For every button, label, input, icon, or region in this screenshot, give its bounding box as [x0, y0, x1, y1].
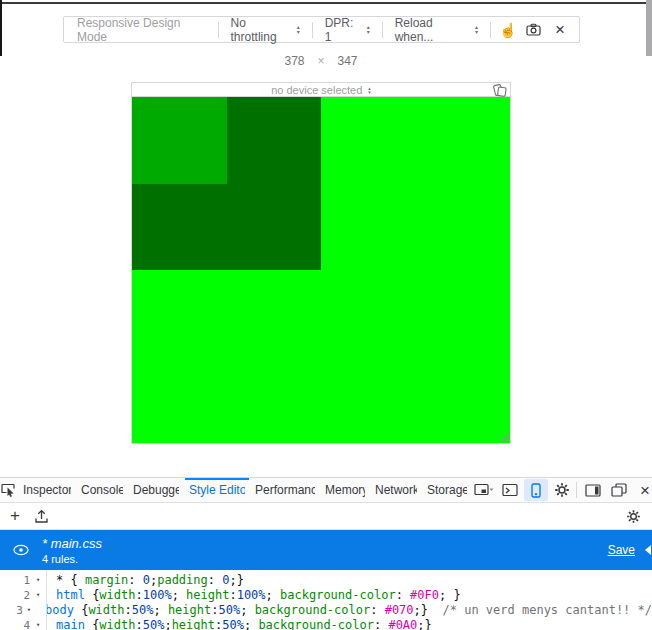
tab-debugger[interactable]: Debugger	[129, 478, 183, 502]
line-number: 3	[0, 603, 23, 618]
line-number: 2	[0, 588, 30, 603]
devtools-tabbar: InspectorConsoleDebuggerStyle EditorPerf…	[0, 478, 652, 503]
style-editor-toolbar: +	[0, 503, 652, 530]
responsive-mode-icon	[531, 483, 541, 498]
code-line[interactable]: 2▾html {width:100%; height:100%; backgro…	[0, 588, 652, 603]
code-text: * { margin: 0;padding: 0;}	[46, 573, 244, 588]
import-icon	[34, 509, 49, 524]
camera-icon	[526, 23, 541, 36]
tab-label: Console	[81, 483, 123, 497]
code-text: main {width:50%;height:50%; background-c…	[46, 618, 432, 630]
viewport-dimensions: 378×347	[131, 54, 511, 68]
devtools-settings-button[interactable]	[550, 479, 574, 501]
node-picker-icon	[0, 481, 16, 497]
select-arrows-icon: ▴▾	[297, 25, 300, 35]
rdm-actions: ☝ ×	[491, 19, 579, 41]
toolbox-buttons: ×	[472, 478, 652, 502]
collapse-panel-arrow-icon[interactable]	[645, 545, 651, 555]
tab-label: Storage	[427, 483, 467, 497]
tab-memory[interactable]: Memory	[321, 478, 369, 502]
select-arrows-icon: ▴▾	[368, 86, 371, 94]
stylesheet-rule-count: 4 rules.	[42, 553, 102, 565]
dpr-select[interactable]: DPR: 1 ▴▾	[313, 16, 382, 44]
tab-label: Memory	[325, 483, 365, 497]
throttling-select[interactable]: No throttling ▴▾	[219, 16, 312, 44]
viewport-resize-handle[interactable]	[497, 430, 510, 443]
device-frame: no device selected ▴▾	[131, 82, 511, 444]
close-rdm-button[interactable]: ×	[549, 19, 571, 41]
tab-label: Style Editor	[189, 483, 245, 497]
tab-label: Inspector	[23, 483, 71, 497]
window-left-border	[0, 0, 2, 56]
viewport-body-element	[132, 97, 321, 270]
viewport-main-element	[132, 97, 227, 184]
touch-icon: ☝	[499, 22, 516, 38]
code-text: body {width:50%; height:50%; background-…	[35, 603, 652, 618]
stylesheet-name: * main.css	[42, 536, 102, 551]
iframe-picker-icon	[474, 483, 494, 497]
rdm-viewport	[131, 97, 511, 444]
import-stylesheet-button[interactable]	[30, 505, 52, 527]
select-arrows-icon: ▴▾	[367, 25, 370, 35]
rdm-toolbar: Responsive Design Mode No throttling ▴▾ …	[63, 16, 580, 43]
dimensions-separator: ×	[317, 54, 324, 68]
device-selector[interactable]: no device selected ▴▾	[131, 82, 511, 97]
viewport-height-input[interactable]: 347	[338, 54, 358, 68]
viewport-html-element	[132, 97, 510, 443]
code-line[interactable]: 1▾* { margin: 0;padding: 0;}	[0, 573, 652, 588]
code-line[interactable]: 3▾body {width:50%; height:50%; backgroun…	[0, 603, 652, 618]
scrollbar-thumb[interactable]	[646, 0, 652, 56]
devtools-tabs: InspectorConsoleDebuggerStyle EditorPerf…	[18, 478, 472, 502]
gutter-separator	[46, 570, 47, 630]
fold-arrow-icon[interactable]: ▾	[30, 618, 46, 630]
screenshot-button[interactable]	[523, 19, 545, 41]
close-devtools-button[interactable]: ×	[633, 479, 652, 501]
device-selector-label: no device selected	[271, 84, 362, 96]
code-lines: 1▾* { margin: 0;padding: 0;}2▾html {widt…	[0, 573, 652, 630]
tab-label: Performance	[255, 483, 315, 497]
style-editor-options-button[interactable]	[622, 505, 644, 527]
tab-inspector[interactable]: Inspector	[19, 478, 75, 502]
pick-element-button[interactable]	[0, 478, 16, 500]
rotate-viewport-button[interactable]	[493, 84, 507, 97]
fold-arrow-icon[interactable]: ▾	[30, 588, 46, 603]
toggle-visibility-button[interactable]	[0, 543, 42, 557]
reload-condition-select[interactable]: Reload when... ▴▾	[383, 16, 490, 44]
tab-style-editor[interactable]: Style Editor	[185, 478, 249, 502]
dock-to-side-button[interactable]	[581, 479, 605, 501]
rotate-device-icon	[493, 84, 507, 97]
responsive-design-mode-button[interactable]	[524, 479, 548, 501]
tab-storage[interactable]: Storage	[423, 478, 471, 502]
tab-label: Debugger	[133, 483, 179, 497]
gear-icon	[554, 482, 570, 498]
code-line[interactable]: 4▾main {width:50%;height:50%; background…	[0, 618, 652, 630]
fold-arrow-icon[interactable]: ▾	[23, 603, 35, 618]
close-icon: ×	[640, 482, 650, 499]
iframe-picker-button[interactable]	[472, 479, 496, 501]
new-stylesheet-button[interactable]: +	[0, 505, 30, 527]
save-link[interactable]: Save	[608, 543, 635, 557]
viewport-width-input[interactable]: 378	[284, 54, 304, 68]
touch-simulation-button[interactable]: ☝	[497, 19, 519, 41]
tab-label: Network	[375, 483, 417, 497]
rdm-title: Responsive Design Mode	[64, 16, 218, 44]
fold-arrow-icon[interactable]: ▾	[30, 573, 46, 588]
stylesheet-list-item-selected[interactable]: * main.css 4 rules. Save	[0, 530, 652, 570]
css-source-editor[interactable]: 1▾* { margin: 0;padding: 0;}2▾html {widt…	[0, 570, 652, 630]
separate-window-button[interactable]	[607, 479, 631, 501]
responsive-design-mode-window: Responsive Design Mode No throttling ▴▾ …	[0, 0, 652, 630]
tab-console[interactable]: Console	[77, 478, 127, 502]
tab-network[interactable]: Network	[371, 478, 421, 502]
split-console-button[interactable]	[498, 479, 522, 501]
line-number: 1	[0, 573, 30, 588]
close-icon: ×	[555, 21, 565, 38]
dock-side-icon	[585, 484, 601, 497]
line-number: 4	[0, 618, 30, 630]
separator	[576, 482, 577, 498]
stylesheet-meta: * main.css 4 rules.	[42, 536, 102, 565]
gear-icon	[626, 509, 641, 524]
eye-icon	[12, 543, 30, 557]
split-console-icon	[502, 483, 518, 497]
tab-performance[interactable]: Performance	[251, 478, 319, 502]
window-top-border	[0, 2, 652, 4]
